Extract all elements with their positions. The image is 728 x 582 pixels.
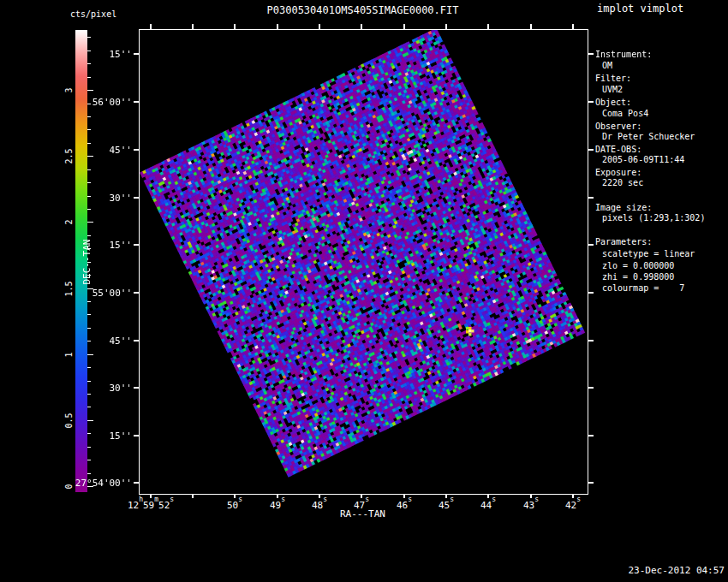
info-line: Object: — [595, 98, 631, 107]
colorbar-tick — [87, 116, 91, 117]
colorbar-tick — [87, 394, 91, 395]
colorbar-tick — [87, 328, 91, 329]
y-tick-label: 15'' — [63, 431, 132, 442]
colorbar-tick — [87, 447, 91, 448]
x-tick-top — [192, 24, 194, 30]
info-line: OM — [602, 61, 612, 70]
y-tick-left — [134, 435, 140, 436]
colorbar-tick-label: 2 — [64, 210, 74, 235]
y-tick-label: 45'' — [63, 145, 132, 156]
y-axis-title: DEC--TAN — [82, 228, 92, 296]
colorbar-title: cts/pixel — [70, 10, 116, 19]
y-tick-right — [588, 387, 594, 389]
plot-title: P0300530401OMS405SIMAGE0000.FIT — [139, 5, 587, 15]
y-tick-left — [134, 482, 140, 484]
info-line: Coma Pos4 — [602, 109, 648, 118]
info-line: Filter: — [595, 74, 631, 83]
y-tick-right — [588, 340, 594, 341]
info-line: Image size: — [595, 203, 652, 212]
info-line: colourmap = 7 — [602, 283, 684, 293]
y-tick-right — [588, 435, 594, 436]
y-tick-left — [134, 244, 140, 246]
colorbar-tick — [87, 63, 91, 64]
implot-window: { "app_title": "implot vimplot", "timest… — [0, 0, 728, 582]
colorbar-tick — [87, 169, 91, 170]
colorbar-tick — [87, 381, 91, 382]
info-line: DATE-OBS: — [595, 145, 641, 154]
x-tick-top — [572, 24, 574, 30]
x-axis-title: RA---TAN — [139, 509, 587, 519]
colorbar-tick — [87, 77, 91, 78]
colorbar-tick — [87, 182, 91, 183]
colorbar-tick — [87, 301, 91, 302]
colorbar-tick-label: 0.5 — [64, 408, 74, 434]
plot-frame — [139, 29, 588, 495]
y-tick-label: 56'00'' — [63, 97, 132, 108]
y-tick-right — [588, 244, 594, 246]
colorbar-tick — [87, 90, 93, 91]
y-tick-right — [588, 292, 594, 294]
info-line: Exposure: — [595, 168, 641, 177]
info-line: Instrument: — [595, 50, 652, 59]
info-line: 2220 sec — [602, 178, 643, 187]
y-tick-left — [134, 292, 140, 294]
info-line: Parameters: — [595, 237, 652, 246]
y-tick-right — [588, 53, 594, 55]
colorbar-tick — [87, 460, 91, 460]
x-tick-top — [487, 24, 489, 30]
y-tick-right — [588, 149, 594, 151]
y-tick-right — [588, 197, 594, 199]
info-line: zlo = 0.000000 — [602, 261, 674, 270]
y-tick-left — [134, 53, 140, 55]
colorbar-tick — [87, 129, 91, 130]
info-line: UVM2 — [602, 85, 623, 94]
colorbar-tick — [87, 407, 91, 407]
y-tick-left — [134, 101, 140, 103]
info-line: Dr Peter Schuecker — [602, 132, 695, 141]
colorbar-tick — [87, 37, 91, 38]
colorbar-tick — [87, 143, 91, 144]
y-tick-left — [134, 340, 140, 341]
timestamp: 23-Dec-2012 04:57 — [628, 566, 725, 575]
info-line: 2005-06-09T11:44 — [602, 155, 684, 164]
colorbar-tick — [87, 367, 91, 368]
y-tick-label: 30'' — [63, 193, 132, 204]
y-tick-label: 55'00'' — [63, 288, 132, 299]
y-tick-left — [134, 197, 140, 199]
y-tick-left — [134, 149, 140, 151]
colorbar-tick — [87, 473, 91, 474]
x-tick-top — [361, 24, 362, 30]
y-tick-right — [588, 101, 594, 103]
y-tick-label: 45'' — [63, 336, 132, 347]
y-tick-label: 30'' — [63, 383, 132, 394]
colorbar-tick — [87, 314, 91, 315]
info-line: Observer: — [595, 122, 641, 131]
colorbar-tick — [87, 209, 91, 210]
colorbar-tick — [87, 156, 93, 157]
info-line: zhi = 0.998000 — [602, 272, 674, 282]
y-tick-right — [588, 482, 594, 484]
y-tick-label: 15'' — [63, 49, 132, 60]
x-tick-top — [445, 24, 447, 30]
y-tick-left — [134, 387, 140, 389]
x-tick-top — [319, 24, 320, 30]
colorbar-tick — [87, 420, 93, 421]
info-line: scaletype = linear — [602, 249, 695, 258]
y-tick-label: 27°54'00'' — [63, 478, 132, 489]
x-tick-top — [530, 24, 532, 30]
app-title: implot vimplot — [597, 3, 683, 14]
colorbar-tick — [87, 222, 93, 223]
sky-image-canvas — [140, 30, 588, 494]
x-tick-top — [277, 24, 278, 30]
x-tick-top — [403, 24, 405, 30]
x-tick-bottom — [192, 494, 194, 498]
y-tick-label: 15'' — [63, 240, 132, 251]
info-line: pixels (1:293,1:302) — [602, 213, 705, 223]
colorbar-tick — [87, 354, 93, 355]
x-tick-top — [234, 24, 236, 30]
x-tick-top — [150, 24, 152, 30]
